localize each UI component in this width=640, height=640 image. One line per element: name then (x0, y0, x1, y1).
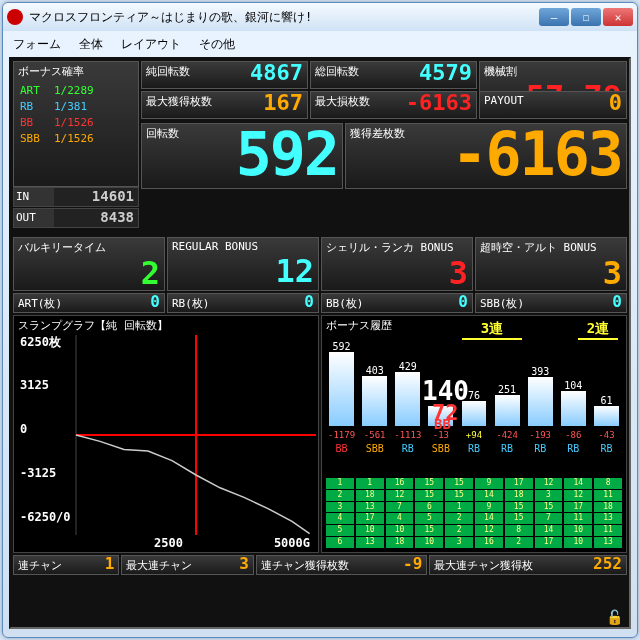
kaiten-value: 592 (183, 124, 342, 188)
jun-label: 純回転数 (142, 62, 194, 88)
art-label: ART(枚) (14, 294, 66, 312)
close-button[interactable]: ✕ (603, 8, 633, 26)
bonus-prob-title: ボーナス確率 (14, 62, 138, 81)
payout-value: 0 (528, 92, 626, 118)
sou-value: 4579 (363, 62, 476, 88)
lock-icon[interactable]: 🔓 (606, 609, 623, 625)
kaiten-label: 回転数 (142, 124, 183, 188)
bb-label: BB(枚) (322, 294, 368, 312)
maxloss-label: 最大損枚数 (311, 92, 374, 118)
sbb-label: SBB(枚) (476, 294, 528, 312)
content-area: ボーナス確率 ART1/2289RB1/381BB1/1526SBB1/1526… (9, 57, 631, 629)
maxloss-value: -6163 (374, 92, 476, 118)
rb-value: 0 (214, 294, 319, 312)
art-value: 0 (66, 294, 164, 312)
sbb-value: 0 (528, 294, 626, 312)
valk-value: 2 (14, 257, 164, 289)
out-row: OUT8438 (13, 208, 139, 228)
window-title: マクロスフロンティア～はじまりの歌、銀河に響け! (29, 9, 539, 26)
diff-value: -6163 (409, 124, 626, 188)
payout-label: PAYOUT (480, 92, 528, 118)
reg-value: 12 (168, 255, 318, 287)
app-icon (7, 9, 23, 25)
minimize-button[interactable]: — (539, 8, 569, 26)
titlebar: マクロスフロンティア～はじまりの歌、銀河に響け! — ☐ ✕ (3, 3, 637, 31)
diff-label: 獲得差枚数 (346, 124, 409, 188)
slump-graph: スランプグラフ【純 回転数】 6250枚31250-3125-6250/0 25… (13, 315, 319, 553)
jun-value: 4867 (194, 62, 307, 88)
graph-title: スランプグラフ【純 回転数】 (14, 316, 318, 335)
maxget-label: 最大獲得枚数 (142, 92, 216, 118)
bonus-history: ボーナス履歴 3連 2連 592 -1179 BB 403 -561 SBB 4… (321, 315, 627, 553)
maximize-button[interactable]: ☐ (571, 8, 601, 26)
menu-layout[interactable]: レイアウト (121, 36, 181, 53)
bb-value: 0 (368, 294, 473, 312)
bonus-prob-list: ART1/2289RB1/381BB1/1526SBB1/1526 (14, 81, 138, 149)
alto-value: 3 (476, 257, 626, 289)
sheryl-value: 3 (322, 257, 472, 289)
menu-form[interactable]: フォーム (13, 36, 61, 53)
rb-label: RB(枚) (168, 294, 214, 312)
sou-label: 総回転数 (311, 62, 363, 88)
menubar: フォーム 全体 レイアウト その他 (3, 31, 637, 57)
menu-other[interactable]: その他 (199, 36, 235, 53)
menu-all[interactable]: 全体 (79, 36, 103, 53)
maxget-value: 167 (216, 92, 307, 118)
in-row: IN14601 (13, 187, 139, 207)
